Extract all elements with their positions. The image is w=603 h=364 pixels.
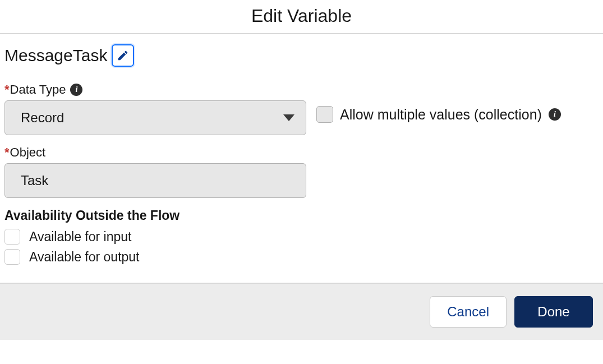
- done-button[interactable]: Done: [514, 296, 593, 328]
- info-icon[interactable]: i: [549, 108, 561, 121]
- variable-name: MessageTask: [4, 46, 107, 65]
- pencil-icon: [117, 49, 129, 62]
- availability-heading: Availability Outside the Flow: [4, 208, 599, 223]
- cancel-button[interactable]: Cancel: [430, 296, 507, 328]
- modal-footer: Cancel Done: [0, 283, 603, 340]
- available-input-checkbox[interactable]: [4, 229, 20, 245]
- modal-body: MessageTask *Data Type i Record Allow mu…: [0, 34, 603, 283]
- info-icon[interactable]: i: [70, 84, 82, 96]
- data-type-label: *Data Type i: [4, 82, 306, 97]
- allow-multiple-label: Allow multiple values (collection): [340, 107, 542, 123]
- object-select[interactable]: Task: [4, 163, 306, 198]
- variable-title-row: MessageTask: [4, 44, 599, 67]
- available-output-label: Available for output: [29, 250, 140, 265]
- modal-title: Edit Variable: [0, 0, 603, 34]
- object-value: Task: [21, 173, 48, 188]
- available-output-checkbox[interactable]: [4, 249, 20, 265]
- available-input-label: Available for input: [29, 229, 131, 245]
- chevron-down-icon: [283, 114, 294, 121]
- allow-multiple-checkbox[interactable]: [316, 106, 333, 123]
- data-type-select[interactable]: Record: [4, 100, 306, 135]
- object-label: *Object: [4, 145, 599, 160]
- available-input-row: Available for input: [4, 229, 599, 245]
- allow-multiple-group: Allow multiple values (collection) i: [316, 82, 561, 123]
- available-output-row: Available for output: [4, 249, 599, 265]
- data-type-value: Record: [21, 110, 64, 126]
- edit-name-button[interactable]: [112, 44, 134, 67]
- data-type-row: *Data Type i Record Allow multiple value…: [4, 82, 599, 135]
